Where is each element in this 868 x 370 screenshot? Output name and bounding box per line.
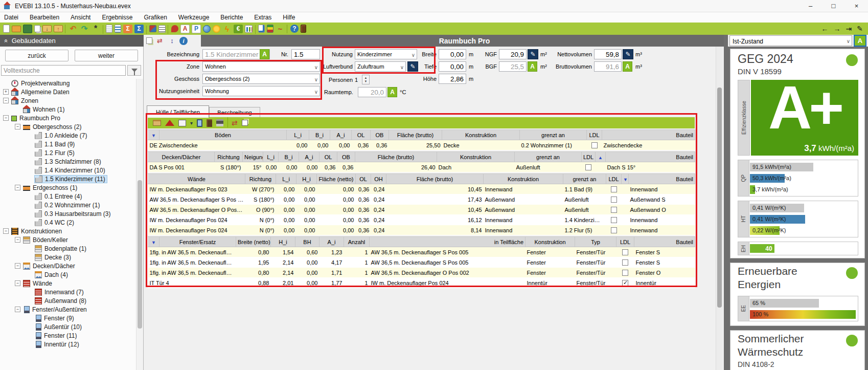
column-header[interactable]: Neigung	[243, 152, 263, 162]
column-header[interactable]: grenzt an	[515, 152, 582, 162]
ngf-edit-button[interactable]: ✎	[528, 49, 538, 59]
help-icon[interactable]: ?	[290, 25, 299, 33]
column-header[interactable]: in Teilfläche	[370, 237, 526, 247]
sort-ascending-icon[interactable]: ▲	[598, 155, 603, 160]
column-header[interactable]: OL	[356, 174, 371, 184]
table-row[interactable]: IT Tür 4 0,882,010,00 1,771 IW m. Decken…	[148, 278, 695, 288]
column-header[interactable]: BH	[295, 237, 319, 247]
column-header[interactable]: LDL	[606, 174, 622, 184]
table-row[interactable]: IW m. Deckenauflager Pos 024N (0°) 0,000…	[148, 225, 695, 235]
filter-settings-icon[interactable]: ✎	[857, 25, 863, 33]
ngf-input[interactable]	[499, 49, 527, 59]
import-icon[interactable]: ↓	[42, 25, 52, 32]
export-icon[interactable]: ↑	[54, 25, 63, 32]
menu-item[interactable]: Werkzeuge	[178, 14, 209, 21]
sort-descending-icon[interactable]: ▼	[623, 177, 628, 182]
column-header[interactable]: Fläche (brutto)	[355, 152, 437, 162]
nr-input[interactable]	[291, 49, 320, 59]
column-header[interactable]: H_i	[296, 174, 317, 184]
tree-expander[interactable]	[15, 280, 20, 286]
sidebar-scrollbar-thumb[interactable]	[138, 180, 142, 329]
tab-beschreibung[interactable]: Beschreibung	[209, 107, 260, 118]
document-values-icon[interactable]	[115, 25, 121, 33]
ldl-checkbox[interactable]	[622, 270, 628, 276]
add-window-icon[interactable]	[197, 119, 202, 127]
column-header[interactable]: Bauteil	[602, 130, 695, 140]
save-icon[interactable]	[216, 119, 223, 126]
bruttovolumen-auto-button[interactable]: A	[623, 61, 632, 72]
tree-item[interactable]: Decke (3)	[0, 253, 136, 262]
energy-bolt-icon[interactable]: ϟ	[222, 25, 232, 33]
tree-item[interactable]: 0.2 Wohnzimmer (1)	[0, 201, 136, 209]
column-header[interactable]: Anzahl	[344, 237, 370, 247]
column-header[interactable]: H_i	[271, 237, 295, 247]
compare-icon[interactable]: ⇄	[155, 36, 165, 46]
new-file-icon[interactable]	[3, 25, 10, 33]
column-header[interactable]: grenzt an	[563, 174, 606, 184]
tree-item[interactable]: Konstruktionen	[0, 227, 136, 235]
column-header[interactable]: Richtung	[245, 174, 276, 184]
column-header[interactable]: ▼	[148, 237, 159, 247]
copy-room-icon[interactable]	[146, 37, 152, 44]
column-header[interactable]: L_i	[276, 174, 296, 184]
sum-orange-icon[interactable]: Σ	[123, 25, 132, 33]
forward-arrow-icon[interactable]: →	[834, 25, 841, 33]
tree-expander[interactable]	[15, 263, 20, 269]
tree-item[interactable]: Außentür (10)	[0, 322, 136, 331]
column-header[interactable]: LDL	[587, 130, 602, 140]
state-select[interactable]: Ist-Zustand∨	[729, 35, 852, 46]
tree-item[interactable]: Projektverwaltung	[0, 79, 136, 88]
energy-label-icon[interactable]	[267, 25, 273, 33]
back-button[interactable]: zurück	[5, 50, 68, 61]
column-header[interactable]: OL	[319, 152, 337, 162]
column-header[interactable]: ▼	[148, 130, 159, 140]
add-floor-icon[interactable]	[153, 120, 161, 126]
column-header[interactable]: Fläche (netto)	[317, 174, 356, 184]
menu-item[interactable]: Berichte	[220, 14, 243, 21]
column-header[interactable]: Typ	[575, 237, 616, 247]
tree-item[interactable]: 0.4 WC (2)	[0, 218, 136, 227]
state-auto-button[interactable]: A	[854, 35, 866, 47]
next-button[interactable]: weiter	[75, 50, 138, 61]
table-row[interactable]: IW m. Deckenauflager Pos 024N (0°) 0,000…	[148, 215, 695, 225]
main-scrollbar-thumb[interactable]	[717, 88, 722, 308]
tree-item[interactable]: 1.4 Kinderzimmer (10)	[0, 166, 136, 175]
panel-splitter[interactable]	[724, 35, 728, 370]
column-header[interactable]: Fenster/Ersatz	[159, 237, 236, 247]
add-door-icon[interactable]	[207, 119, 212, 127]
geschoss-select[interactable]: Obergeschoss (2)∨	[202, 74, 320, 84]
luftverbund-select[interactable]: Zuluftraum∨	[355, 61, 406, 72]
hoehe-input[interactable]	[439, 74, 466, 84]
tree-item[interactable]: Böden/Keller	[0, 235, 136, 244]
ldl-checkbox[interactable]	[622, 259, 628, 266]
table-row[interactable]: 1flg. in AW 36,5 m. Deckenauflager S Pos…	[148, 247, 695, 257]
table-row[interactable]: AW 36,5 m. Deckenauflager S Pos 005S (18…	[148, 194, 695, 205]
tree-item[interactable]: 1.5 Kinderzimmer (11)	[0, 175, 136, 183]
dock-panel-icon[interactable]: ⇥	[846, 25, 852, 33]
add-roof-icon[interactable]	[165, 120, 174, 126]
tree-item[interactable]: 1.0 Ankleide (7)	[0, 131, 136, 140]
house-euro-icon[interactable]: €	[234, 25, 243, 33]
table-row[interactable]: IW m. Deckenauflager Pos 023W (270°) 0,0…	[148, 184, 695, 194]
nutzungseinheit-select[interactable]: Wohnung∨	[202, 86, 320, 96]
tree-item[interactable]: Wände	[0, 279, 136, 288]
tree-item[interactable]: Decken/Dächer	[0, 262, 136, 270]
sum-blue-icon[interactable]: Σ	[134, 25, 144, 33]
info-icon[interactable]: i	[179, 37, 188, 45]
undo-icon[interactable]: ↶	[68, 25, 78, 33]
tree-item[interactable]: Allgemeine Daten	[0, 88, 136, 96]
save-icon[interactable]	[23, 25, 32, 33]
tree-item[interactable]: Dach (4)	[0, 270, 136, 279]
column-header[interactable]: Konstruktion	[437, 152, 515, 162]
main-scrollbar[interactable]	[716, 47, 723, 370]
column-header[interactable]: Konstruktion	[526, 237, 575, 247]
bgf-auto-button[interactable]: A	[528, 61, 537, 72]
tree-item[interactable]: Raumbuch Pro	[0, 114, 136, 122]
ldl-checkbox[interactable]	[611, 227, 617, 233]
tree-item[interactable]: 1.3 Schlafzimmer (8)	[0, 157, 136, 166]
column-header[interactable]: Konstruktion	[484, 174, 563, 184]
tree-expander[interactable]	[3, 115, 9, 121]
column-header[interactable]: Bauteil	[606, 152, 695, 162]
nutzung-select[interactable]: Kinderzimmer∨	[355, 49, 417, 59]
column-header[interactable]: OB	[371, 130, 389, 140]
